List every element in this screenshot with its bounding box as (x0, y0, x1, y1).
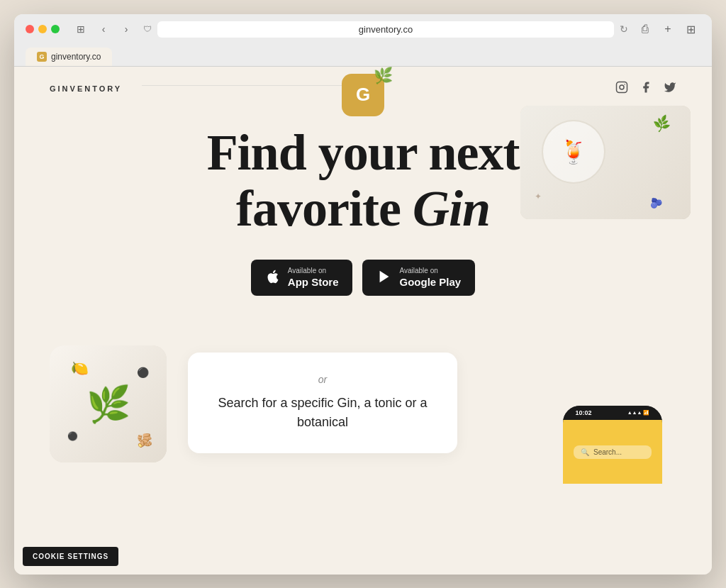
hero-section: Find your next favorite Gin Available on… (14, 104, 712, 332)
bottom-section: 🌿 🍋 🫚 ⚫ ⚫ or Search for a specific Gin, … (14, 331, 712, 462)
traffic-lights (26, 25, 60, 33)
svg-point-1 (620, 85, 624, 89)
logo-letter: G (356, 84, 370, 106)
browser-nav-controls: ⊞ ‹ › (71, 21, 136, 37)
cookie-settings-button[interactable]: COOKIE SETTINGS (23, 547, 118, 566)
svg-marker-3 (380, 270, 389, 282)
nav-divider (142, 85, 372, 86)
app-store-button[interactable]: Available on App Store (251, 260, 353, 296)
sidebar-toggle-button[interactable]: ⊞ (71, 21, 91, 37)
or-text: or (216, 374, 429, 385)
hero-headline: Find your next favorite Gin (50, 125, 676, 237)
facebook-link[interactable] (640, 81, 652, 96)
cta-buttons: Available on App Store Available on Goog… (50, 260, 676, 296)
flower-decoration: 🌿 (374, 67, 393, 85)
close-button[interactable] (26, 25, 34, 33)
forward-button[interactable]: › (116, 21, 136, 37)
address-bar[interactable] (157, 21, 614, 38)
phone-screen: 🔍 Search... (563, 420, 662, 484)
address-bar-container: 🛡 ↻ (143, 21, 628, 38)
browser-chrome: ⊞ ‹ › 🛡 ↻ ⎙ + ⊞ G ginventory.co (14, 14, 712, 67)
grid-view-button[interactable]: ⊞ (681, 21, 700, 37)
new-tab-button[interactable]: + (658, 21, 678, 37)
app-store-label: Available on (288, 267, 339, 275)
botanical-image: 🌿 🍋 🫚 ⚫ ⚫ (50, 345, 167, 462)
phone-search-bar: 🔍 Search... (574, 445, 652, 459)
browser-window: ⊞ ‹ › 🛡 ↻ ⎙ + ⊞ G ginventory.co (14, 14, 712, 575)
security-icon: 🛡 (143, 24, 152, 34)
instagram-link[interactable] (615, 81, 628, 96)
play-store-name: Google Play (399, 275, 461, 289)
tab-favicon: G (37, 52, 47, 62)
back-button[interactable]: ‹ (94, 21, 113, 37)
app-store-text: Available on App Store (288, 267, 339, 289)
share-button[interactable]: ⎙ (635, 21, 655, 37)
active-tab[interactable]: G ginventory.co (26, 48, 112, 66)
headline-line1: Find your next (207, 124, 520, 181)
headline-italic: Gin (413, 180, 490, 237)
phone-search-icon: 🔍 (581, 448, 589, 456)
apple-icon (265, 269, 281, 287)
botanical-visual: 🌿 🍋 🫚 ⚫ ⚫ (50, 345, 167, 462)
phone-notch: 10:02 ▲▲▲ 📶 (563, 406, 662, 420)
navigation: GINVENTORY G 🌿 (14, 67, 712, 104)
reload-icon[interactable]: ↻ (620, 23, 628, 35)
phone-mockup: 10:02 ▲▲▲ 📶 🔍 Search... (556, 406, 669, 491)
play-icon (376, 269, 392, 287)
svg-point-2 (624, 84, 625, 85)
minimize-button[interactable] (38, 25, 47, 33)
google-play-text: Available on Google Play (399, 267, 461, 289)
phone-time: 10:02 (576, 409, 592, 416)
brand-name: GINVENTORY (50, 84, 122, 93)
search-description: Search for a specific Gin, a tonic or a … (216, 394, 429, 432)
browser-right-controls: ⎙ + ⊞ (635, 21, 700, 37)
play-store-label: Available on (399, 267, 461, 275)
website-content: GINVENTORY G 🌿 (14, 67, 712, 575)
phone-status-icons: ▲▲▲ 📶 (627, 410, 650, 416)
app-store-name: App Store (288, 275, 339, 289)
tab-bar: G ginventory.co (26, 43, 700, 66)
search-card: or Search for a specific Gin, a tonic or… (188, 353, 457, 453)
headline-line2: favorite Gin (236, 180, 490, 237)
phone-search-text: Search... (593, 448, 622, 456)
tab-label: ginventory.co (51, 52, 101, 62)
twitter-link[interactable] (664, 81, 676, 96)
svg-rect-0 (617, 82, 627, 92)
google-play-button[interactable]: Available on Google Play (362, 260, 475, 296)
phone-body: 10:02 ▲▲▲ 📶 🔍 Search... (563, 406, 662, 484)
social-links (615, 81, 676, 96)
maximize-button[interactable] (51, 25, 60, 33)
